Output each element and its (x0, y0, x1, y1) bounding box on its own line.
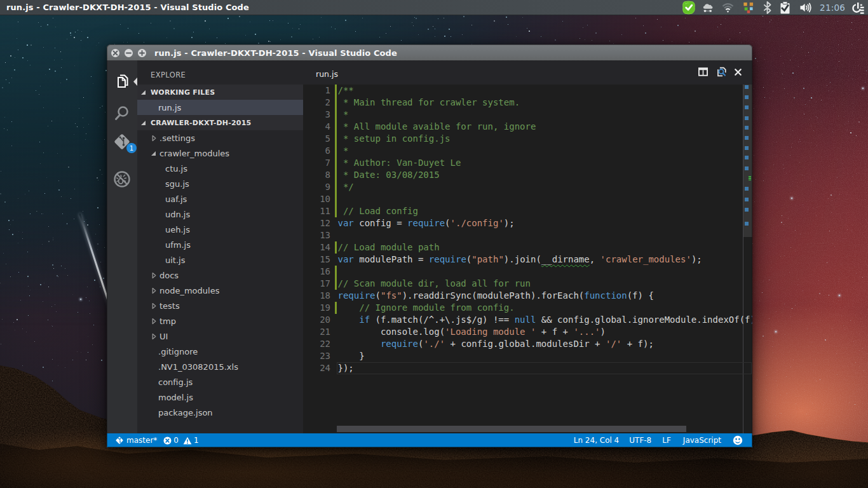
explorer-row-model-js[interactable]: model.js (137, 390, 303, 405)
star (771, 20, 771, 20)
code-text: require('./' + config.global.modulesDir … (338, 338, 654, 350)
split-editor-icon[interactable] (698, 67, 708, 76)
line-number: 4 (303, 121, 330, 133)
horizontal-scrollbar[interactable] (337, 426, 686, 432)
explorer-row-crawler-modules[interactable]: crawler_modules (137, 146, 303, 161)
star (856, 135, 857, 136)
explorer-row-uaf-js[interactable]: uaf.js (137, 191, 303, 207)
session-power-icon[interactable] (852, 0, 865, 15)
star (94, 280, 95, 281)
code-editor[interactable]: 1/**2 * Main thread for crawler system.3… (303, 85, 752, 433)
code-line-20: 20 if (f.match(/^.+\.js$/g) !== null && … (303, 314, 752, 326)
cloud-sync-icon[interactable] (702, 0, 714, 15)
explorer-row-sgu-js[interactable]: sgu.js (137, 176, 303, 191)
code-token: ); (691, 254, 702, 264)
language-indicator[interactable]: JavaScript (683, 436, 721, 445)
network-hub-icon[interactable] (743, 0, 754, 15)
star (45, 74, 46, 75)
twisty-collapsed-icon (152, 302, 156, 309)
explorer-row--settings[interactable]: .settings (137, 130, 303, 146)
star (791, 147, 792, 147)
star (832, 91, 832, 92)
cursor-position[interactable]: Ln 24, Col 4 (574, 436, 620, 445)
explorer-row-tests[interactable]: tests (137, 298, 303, 313)
star (794, 97, 795, 98)
explorer-row-config-js[interactable]: config.js (137, 374, 303, 390)
star (87, 224, 88, 226)
updater-check-icon[interactable] (682, 0, 696, 15)
star (280, 39, 281, 40)
warning-indicator[interactable]: 1 (183, 436, 199, 445)
window-close-button[interactable] (111, 49, 119, 57)
explorer-row-crawler-dkxt-dh-2015[interactable]: CRAWLER-DKXT-DH-2015 (137, 115, 303, 130)
explorer-icon[interactable] (107, 74, 137, 88)
wifi-icon[interactable] (722, 0, 734, 15)
star (18, 22, 18, 22)
window-titlebar[interactable]: run.js - Crawler-DKXT-DH-2015 - Visual S… (107, 44, 752, 60)
star (62, 214, 63, 214)
feedback-smiley-icon[interactable] (733, 435, 743, 445)
explorer-row-node-modules[interactable]: node_modules (137, 283, 303, 298)
explorer-row-uit-js[interactable]: uit.js (137, 252, 303, 268)
star (541, 36, 541, 37)
git-branch-indicator[interactable]: master* (115, 436, 157, 445)
star (833, 106, 834, 107)
overview-ruler[interactable] (743, 85, 752, 433)
error-indicator[interactable]: 0 (163, 436, 179, 445)
search-icon[interactable] (107, 105, 137, 121)
star (839, 61, 839, 62)
explorer-row-working-files[interactable]: WORKING FILES (137, 85, 303, 100)
encoding-indicator[interactable]: UTF-8 (629, 436, 651, 445)
file-label: uit.js (137, 255, 185, 265)
star (833, 105, 834, 106)
window-maximize-button[interactable] (138, 49, 146, 57)
star (56, 311, 57, 312)
code-text: console.log('Loading module ' + f + '...… (338, 326, 606, 338)
explorer-row-package-json[interactable]: package.json (137, 405, 303, 420)
star (773, 341, 773, 342)
star (104, 247, 105, 248)
star (30, 65, 31, 65)
star (787, 93, 788, 94)
star (767, 234, 768, 235)
line-number: 22 (303, 338, 330, 350)
code-token: /** (338, 85, 354, 95)
folder-label: node_modules (159, 286, 219, 295)
code-text: */ (338, 181, 354, 193)
close-editor-icon[interactable] (735, 69, 742, 76)
volume-icon[interactable] (799, 0, 813, 15)
window-minimize-button[interactable] (125, 49, 133, 57)
eol-indicator[interactable]: LF (662, 436, 671, 445)
star (821, 100, 822, 100)
code-line-1: 1/** (303, 85, 752, 97)
star (418, 34, 419, 35)
star (205, 20, 206, 22)
star (838, 51, 839, 51)
bluetooth-icon[interactable] (763, 0, 772, 15)
explorer-row-tmp[interactable]: tmp (137, 313, 303, 329)
star (721, 24, 721, 25)
clock[interactable]: 21:06 (820, 3, 845, 13)
explorer-row-ctu-js[interactable]: ctu.js (137, 161, 303, 176)
star (61, 196, 62, 197)
explorer-row-run-js[interactable]: run.js (137, 100, 303, 115)
explorer-row--gitignore[interactable]: .gitignore (137, 344, 303, 359)
explorer-row-ufm-js[interactable]: ufm.js (137, 237, 303, 252)
star (29, 295, 30, 296)
explorer-row--nv1-03082015-xls[interactable]: .NV1_03082015.xls (137, 359, 303, 374)
clipboard-icon[interactable] (780, 0, 790, 15)
star (22, 57, 24, 58)
star (830, 178, 831, 179)
star (9, 229, 10, 230)
explorer-row-ueh-js[interactable]: ueh.js (137, 222, 303, 237)
star (830, 48, 831, 49)
explorer-row-udn-js[interactable]: udn.js (137, 207, 303, 222)
explorer-row-ui[interactable]: UI (137, 329, 303, 344)
debug-icon[interactable] (107, 170, 137, 188)
explorer-row-docs[interactable]: docs (137, 268, 303, 283)
ruler-info-mark (749, 176, 751, 180)
open-preview-icon[interactable] (716, 67, 726, 77)
star (849, 19, 850, 20)
star (77, 126, 78, 127)
tab-run-js[interactable]: run.js (316, 69, 338, 79)
